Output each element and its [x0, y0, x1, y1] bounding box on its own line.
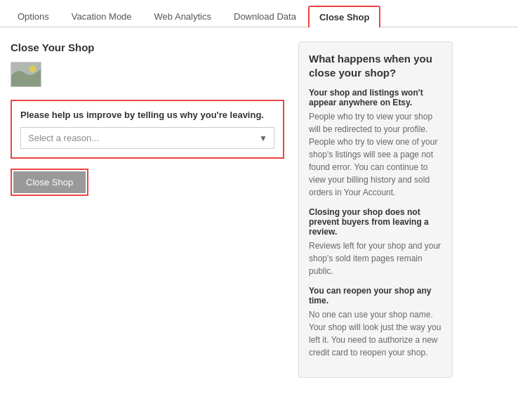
info-section-3: You can reopen your shop any time. No on…	[309, 286, 442, 359]
info-section-1: Your shop and listings won't appear anyw…	[309, 88, 442, 199]
info-title: What happens when you close your shop?	[309, 52, 442, 79]
tab-options[interactable]: Options	[7, 6, 60, 27]
info-section-1-text: People who try to view your shop will be…	[309, 110, 442, 199]
close-shop-button-wrapper: Close Shop	[11, 169, 88, 196]
right-panel: What happens when you close your shop? Y…	[298, 41, 453, 378]
tab-bar: Options Vacation Mode Web Analytics Down…	[0, 0, 518, 27]
svg-point-1	[29, 66, 36, 73]
info-section-2-text: Reviews left for your shop and your shop…	[309, 239, 442, 277]
shop-image	[11, 62, 41, 87]
tab-close-shop[interactable]: Close Shop	[308, 6, 381, 27]
left-panel: Close Your Shop Please help us improve b…	[11, 41, 284, 378]
select-wrapper: Select a reason... I'm taking a break I'…	[20, 127, 274, 149]
tab-download-data[interactable]: Download Data	[223, 6, 307, 27]
close-shop-button[interactable]: Close Shop	[13, 171, 86, 193]
help-box: Please help us improve by telling us why…	[11, 100, 284, 159]
tab-vacation-mode[interactable]: Vacation Mode	[61, 6, 142, 27]
page-title: Close Your Shop	[11, 41, 284, 53]
info-section-1-title: Your shop and listings won't appear anyw…	[309, 88, 442, 107]
tab-web-analytics[interactable]: Web Analytics	[144, 6, 222, 27]
reason-select[interactable]: Select a reason... I'm taking a break I'…	[20, 127, 274, 149]
info-section-3-title: You can reopen your shop any time.	[309, 286, 442, 306]
main-content: Close Your Shop Please help us improve b…	[0, 27, 518, 392]
info-section-3-text: No one can use your shop name. Your shop…	[309, 308, 442, 359]
info-section-2: Closing your shop does not prevent buyer…	[309, 207, 442, 277]
info-section-2-title: Closing your shop does not prevent buyer…	[309, 207, 442, 237]
help-text: Please help us improve by telling us why…	[20, 110, 274, 120]
